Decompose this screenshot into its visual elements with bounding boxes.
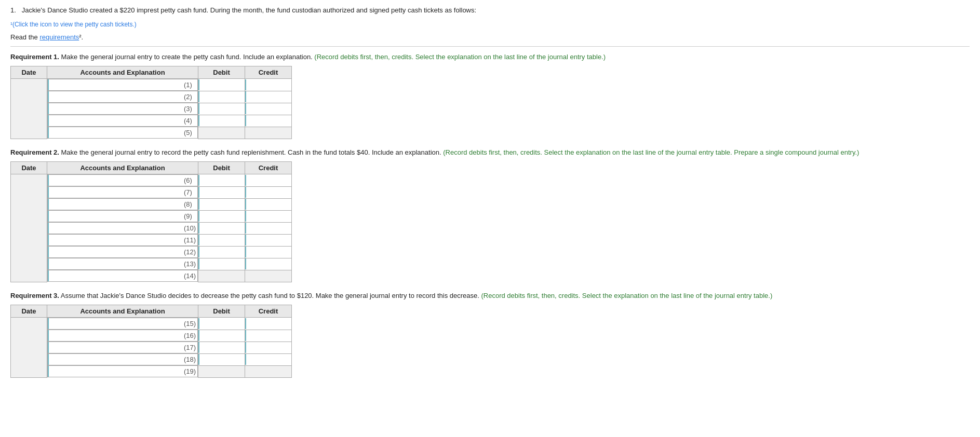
req3-debit-input-16[interactable]	[198, 330, 245, 341]
req3-acct-input-18[interactable]	[48, 354, 182, 365]
req2-acct-input-14[interactable]	[48, 270, 182, 281]
req2-debit-9[interactable]	[198, 210, 245, 222]
requirements-link[interactable]: requirements	[39, 33, 79, 41]
req1-acct-5[interactable]: (5)	[47, 127, 198, 139]
req1-acct-2[interactable]: (2)	[47, 91, 198, 103]
req2-debit-input-10[interactable]	[198, 223, 245, 234]
req2-debit-8[interactable]	[198, 198, 245, 210]
req2-credit-input-12[interactable]	[245, 247, 291, 257]
req2-credit-8[interactable]	[245, 198, 292, 210]
req3-credit-input-17[interactable]	[245, 342, 291, 353]
req3-acct-16[interactable]: (16)	[47, 330, 198, 342]
req3-acct-17[interactable]: (17)	[47, 342, 198, 353]
req1-debit-2[interactable]	[198, 91, 245, 103]
req3-debit-input-15[interactable]	[198, 318, 245, 329]
req2-credit-input-9[interactable]	[245, 211, 291, 222]
req2-acct-12[interactable]: (12)	[47, 246, 198, 258]
req1-acct-input-2[interactable]	[48, 91, 182, 102]
req2-credit-input-13[interactable]	[245, 258, 291, 269]
req2-credit-input-6[interactable]	[245, 175, 291, 186]
req1-debit-input-4[interactable]	[198, 115, 245, 126]
req1-credit-3[interactable]	[245, 103, 292, 115]
req3-acct-15[interactable]: (15)	[47, 318, 198, 330]
req1-acct-input-4[interactable]	[48, 115, 182, 126]
req2-acct-7[interactable]: (7)	[47, 186, 198, 198]
req3-credit-input-16[interactable]	[245, 330, 291, 341]
req2-acct-input-10[interactable]	[48, 223, 182, 234]
req1-credit-4[interactable]	[245, 115, 292, 127]
req1-acct-input-3[interactable]	[48, 103, 182, 114]
req2-credit-11[interactable]	[245, 234, 292, 246]
req2-credit-13[interactable]	[245, 258, 292, 270]
req2-acct-input-9[interactable]	[48, 211, 182, 222]
req2-debit-12[interactable]	[198, 246, 245, 258]
req3-acct-input-19[interactable]	[48, 366, 182, 377]
req3-debit-18[interactable]	[198, 353, 245, 365]
req3-acct-18[interactable]: (18)	[47, 353, 198, 365]
req1-debit-4[interactable]	[198, 115, 245, 127]
req2-debit-input-8[interactable]	[198, 199, 245, 210]
req1-acct-1[interactable]: (1)	[47, 79, 198, 91]
req2-acct-10[interactable]: (10)	[47, 222, 198, 234]
req2-acct-input-6[interactable]	[48, 175, 182, 186]
req2-credit-6[interactable]	[245, 174, 292, 187]
req3-debit-16[interactable]	[198, 330, 245, 342]
req3-debit-15[interactable]	[198, 318, 245, 330]
req2-acct-9[interactable]: (9)	[47, 210, 198, 222]
req1-credit-input-3[interactable]	[245, 103, 291, 114]
req3-acct-19[interactable]: (19)	[47, 365, 198, 377]
req1-credit-input-2[interactable]	[245, 91, 291, 102]
req3-credit-input-15[interactable]	[245, 318, 291, 329]
req2-credit-12[interactable]	[245, 246, 292, 258]
req3-credit-17[interactable]	[245, 342, 292, 353]
req3-credit-16[interactable]	[245, 330, 292, 342]
req2-credit-input-10[interactable]	[245, 223, 291, 234]
req2-debit-6[interactable]	[198, 174, 245, 187]
req1-debit-input-2[interactable]	[198, 91, 245, 102]
req2-debit-input-11[interactable]	[198, 235, 245, 245]
req2-debit-7[interactable]	[198, 186, 245, 198]
req3-acct-input-15[interactable]	[48, 318, 182, 329]
req1-debit-1[interactable]	[198, 79, 245, 91]
req1-acct-3[interactable]: (3)	[47, 103, 198, 115]
req1-acct-input-5[interactable]	[48, 127, 182, 138]
req2-debit-11[interactable]	[198, 234, 245, 246]
req2-debit-10[interactable]	[198, 222, 245, 234]
req1-credit-1[interactable]	[245, 79, 292, 91]
req1-acct-4[interactable]: (4)	[47, 115, 198, 127]
req1-credit-input-1[interactable]	[245, 79, 291, 90]
req2-debit-input-9[interactable]	[198, 211, 245, 222]
req3-debit-input-18[interactable]	[198, 354, 245, 365]
req3-acct-input-16[interactable]	[48, 330, 182, 341]
req3-debit-17[interactable]	[198, 342, 245, 353]
req2-acct-14[interactable]: (14)	[47, 270, 198, 282]
req2-credit-10[interactable]	[245, 222, 292, 234]
req2-credit-input-11[interactable]	[245, 235, 291, 245]
req2-debit-input-7[interactable]	[198, 187, 245, 198]
req2-debit-input-6[interactable]	[198, 175, 245, 186]
req2-credit-7[interactable]	[245, 186, 292, 198]
click-note[interactable]: ¹(Click the icon to view the petty cash …	[10, 20, 970, 29]
req2-acct-input-13[interactable]	[48, 258, 182, 269]
req2-acct-input-8[interactable]	[48, 199, 182, 210]
req2-debit-input-12[interactable]	[198, 247, 245, 257]
req3-credit-15[interactable]	[245, 318, 292, 330]
req2-debit-13[interactable]	[198, 258, 245, 270]
req2-acct-input-11[interactable]	[48, 235, 182, 245]
req1-acct-input-1[interactable]	[48, 79, 182, 90]
req1-debit-input-3[interactable]	[198, 103, 245, 114]
req2-acct-13[interactable]: (13)	[47, 258, 198, 270]
req1-credit-input-4[interactable]	[245, 115, 291, 126]
req2-credit-9[interactable]	[245, 210, 292, 222]
req2-acct-8[interactable]: (8)	[47, 198, 198, 210]
req2-debit-input-13[interactable]	[198, 258, 245, 269]
req2-credit-input-8[interactable]	[245, 199, 291, 210]
req1-debit-3[interactable]	[198, 103, 245, 115]
req2-acct-6[interactable]: (6)	[47, 174, 198, 186]
req1-debit-input-1[interactable]	[198, 79, 245, 90]
req1-credit-2[interactable]	[245, 91, 292, 103]
req3-acct-input-17[interactable]	[48, 342, 182, 353]
req2-acct-input-7[interactable]	[48, 187, 182, 198]
req3-debit-input-17[interactable]	[198, 342, 245, 353]
req2-credit-input-7[interactable]	[245, 187, 291, 198]
